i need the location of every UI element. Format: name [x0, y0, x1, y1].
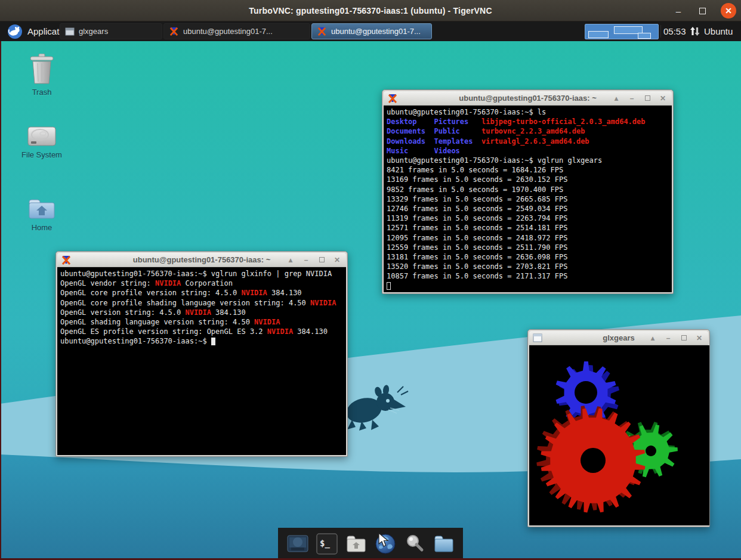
terminal-line: 8421 frames in 5.0 seconds = 1684.126 FP… — [387, 165, 669, 175]
network-traffic-icon[interactable] — [690, 26, 700, 36]
desktop-icon-home[interactable]: Home — [14, 197, 69, 232]
glxgears-canvas — [529, 345, 709, 525]
window-icon — [65, 27, 75, 36]
blue-gear-hole — [575, 381, 597, 404]
desktop-icon-trash[interactable]: Trash — [14, 54, 69, 97]
maximize-button[interactable] — [697, 6, 708, 16]
green-gear-hole — [646, 445, 656, 456]
mouse-cursor — [378, 533, 390, 548]
terminal-window-2[interactable]: ubuntu@gputesting01-756370-iaas: ~ ▴ – ✕… — [55, 251, 348, 457]
terminal-line: 9852 frames in 5.0 seconds = 1970.400 FP… — [387, 185, 669, 194]
shade-button[interactable]: ▴ — [649, 334, 657, 342]
terminal-line: 10857 frames in 5.0 seconds = 2171.317 F… — [387, 271, 669, 281]
trash-icon — [29, 54, 55, 85]
workspace-switcher[interactable] — [585, 24, 659, 39]
terminal-glyph: $_ — [320, 539, 330, 549]
terminal-line: 12559 frames in 5.0 seconds = 2511.790 F… — [387, 243, 669, 252]
terminal-line: ubuntu@gputesting01-756370-iaas:~$ vglru… — [60, 269, 343, 279]
minimize-button[interactable]: – — [673, 6, 684, 16]
close-button[interactable]: ✕ — [333, 256, 341, 264]
terminal-line — [387, 281, 669, 291]
screen-edge-border — [0, 41, 1, 560]
panel-separator — [660, 25, 661, 38]
terminal-line: Documents Public turbovnc_2.2.3_amd64.de… — [387, 126, 669, 136]
close-button[interactable]: ✕ — [695, 334, 703, 342]
desktop-icon-label: Trash — [32, 88, 52, 97]
terminal-line: 12095 frames in 5.0 seconds = 2418.972 F… — [387, 233, 669, 243]
terminal-line: 12746 frames in 5.0 seconds = 2549.034 F… — [387, 204, 669, 214]
session-menu[interactable]: Ubuntu — [704, 21, 733, 41]
hard-drive-icon — [27, 126, 56, 147]
minimize-button[interactable]: – — [302, 256, 310, 264]
terminal-line: ubuntu@gputesting01-756370-iaas:~$ ls — [387, 107, 669, 117]
maximize-button[interactable] — [680, 334, 688, 342]
terminal-line: 13329 frames in 5.0 seconds = 2665.685 F… — [387, 194, 669, 204]
red-gear-hole — [581, 448, 606, 473]
dock-show-desktop-button[interactable] — [286, 533, 309, 555]
pager-mini-window — [638, 33, 651, 39]
xterm-icon — [169, 26, 179, 36]
terminal-line: Downloads Templates virtualgl_2.6.3_amd6… — [387, 137, 669, 146]
shade-button[interactable]: ▴ — [612, 94, 620, 103]
maximize-button[interactable] — [643, 94, 652, 103]
top-panel: Applications glxgears ubuntu@gputesting0… — [0, 21, 741, 41]
xfce-applications-icon — [7, 24, 23, 39]
minimize-button[interactable]: – — [628, 94, 636, 103]
window-titlebar[interactable]: glxgears ▴ – ✕ — [529, 331, 708, 345]
close-button[interactable]: ✕ — [659, 94, 667, 103]
maximize-icon — [699, 8, 706, 14]
terminal-line: 13520 frames in 5.0 seconds = 2703.821 F… — [387, 262, 669, 271]
taskbar-button-terminal-2-active[interactable]: ubuntu@gputesting01-7... — [311, 23, 432, 39]
terminal-line: Desktop Pictures libjpeg-turbo-official_… — [387, 117, 669, 126]
glxgears-window[interactable]: glxgears ▴ – ✕ — [527, 329, 710, 527]
vnc-window-title: TurboVNC: gputesting01-756370-iaas:1 (ub… — [0, 6, 741, 16]
xterm-icon — [317, 26, 327, 36]
terminal-line: OpenGL core profile shading language ver… — [60, 298, 343, 308]
vnc-window-controls: – ✕ — [673, 0, 736, 21]
dock-file-manager-button[interactable] — [433, 533, 455, 555]
desktop[interactable]: Trash File System Home — [0, 41, 741, 560]
panel-clock[interactable]: 05:53 — [663, 21, 686, 41]
terminal-line: OpenGL version string: 4.5.0 NVIDIA 384.… — [60, 308, 343, 317]
window-titlebar[interactable]: ubuntu@gputesting01-756370-iaas: ~ ▴ – ✕ — [57, 253, 346, 267]
maximize-icon — [319, 257, 325, 262]
home-folder-icon — [345, 533, 368, 555]
terminal-output[interactable]: ubuntu@gputesting01-756370-iaas:~$ vglru… — [57, 267, 346, 455]
terminal-line: ubuntu@gputesting01-756370-iaas:~$ — [60, 336, 343, 346]
window-titlebar[interactable]: ubuntu@gputesting01-756370-iaas: ~ ▴ – ✕ — [384, 91, 672, 106]
home-folder-icon — [28, 197, 55, 220]
desktop-icon-label: File System — [21, 150, 62, 159]
taskbar-button-label: ubuntu@gputesting01-7... — [331, 27, 421, 36]
taskbar-button-glxgears[interactable]: glxgears — [60, 23, 162, 39]
terminal-line: Music Videos — [387, 146, 669, 156]
maximize-button[interactable] — [317, 256, 326, 264]
bottom-dock: $_ — [278, 528, 463, 560]
terminal-line: 11319 frames in 5.0 seconds = 2263.794 F… — [387, 214, 669, 223]
dock-app-finder-button[interactable] — [403, 533, 426, 555]
desktop-icon-label: Home — [32, 223, 53, 232]
terminal-line: OpenGL shading language version string: … — [60, 317, 343, 327]
terminal-output[interactable]: ubuntu@gputesting01-756370-iaas:~$ lsDes… — [384, 106, 672, 292]
dock-home-folder-button[interactable] — [345, 533, 368, 555]
file-manager-folder-icon — [433, 533, 455, 555]
shade-button[interactable]: ▴ — [286, 256, 295, 264]
terminal-line: OpenGL ES profile version string: OpenGL… — [60, 327, 343, 336]
pager-mini-window — [588, 31, 609, 38]
terminal-icon: $_ — [316, 533, 338, 555]
terminal-window-1[interactable]: ubuntu@gputesting01-756370-iaas: ~ ▴ – ✕… — [382, 89, 674, 294]
show-desktop-icon — [286, 533, 309, 555]
desktop-icon-file-system[interactable]: File System — [14, 126, 69, 159]
terminal-line: 12571 frames in 5.0 seconds = 2514.181 F… — [387, 223, 669, 233]
taskbar-button-label: glxgears — [79, 27, 108, 36]
minimize-button[interactable]: – — [664, 334, 672, 342]
close-button[interactable]: ✕ — [721, 3, 736, 18]
taskbar-button-terminal-1[interactable]: ubuntu@gputesting01-7... — [163, 23, 310, 39]
terminal-line: ubuntu@gputesting01-756370-iaas:~$ vglru… — [387, 156, 669, 165]
dock-terminal-button[interactable]: $_ — [316, 533, 338, 555]
vnc-window-titlebar[interactable]: TurboVNC: gputesting01-756370-iaas:1 (ub… — [0, 0, 741, 21]
taskbar-button-label: ubuntu@gputesting01-7... — [183, 27, 273, 36]
terminal-line: 13169 frames in 5.0 seconds = 2630.152 F… — [387, 175, 669, 184]
terminal-line: 13181 frames in 5.0 seconds = 2636.098 F… — [387, 252, 669, 262]
maximize-icon — [681, 335, 687, 341]
maximize-icon — [645, 95, 650, 101]
